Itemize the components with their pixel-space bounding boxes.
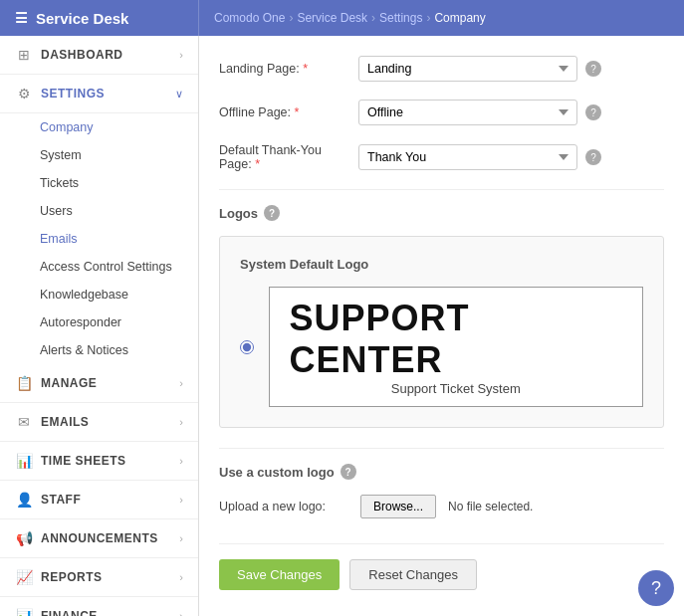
logo-box: SUPPORT CENTER Support Ticket System (269, 287, 643, 407)
offline-page-label: Offline Page: * (219, 105, 348, 119)
finance-icon: 📊 (15, 607, 33, 616)
submenu-item-autoresponder[interactable]: Autoresponder (0, 308, 198, 336)
submenu-item-knowledgebase[interactable]: Knowledgebase (0, 281, 198, 308)
breadcrumb-comodo[interactable]: Comodo One (214, 11, 285, 25)
required-mark: * (295, 105, 300, 119)
reports-icon: 📈 (15, 568, 33, 586)
sidebar-item-finance[interactable]: 📊 FINANCE › (0, 597, 198, 616)
save-changes-button[interactable]: Save Changes (219, 559, 340, 590)
breadcrumb-servicedesk[interactable]: Service Desk (297, 11, 367, 25)
main-layout: ⊞ DASHBOARD › ⚙ SETTINGS ∨ Company Syste… (0, 36, 684, 616)
chevron-right-icon: › (179, 49, 183, 61)
logos-section-title: Logos ? (219, 189, 664, 221)
timesheets-icon: 📊 (15, 452, 33, 470)
sidebar-item-reports[interactable]: 📈 REPORTS › (0, 558, 198, 597)
submenu-item-access-control[interactable]: Access Control Settings (0, 253, 198, 281)
breadcrumb: Comodo One › Service Desk › Settings › C… (199, 11, 501, 25)
sidebar-label-settings: SETTINGS (41, 87, 105, 101)
chevron-down-icon: ∨ (175, 88, 183, 101)
sidebar-label-timesheets: TIME SHEETS (41, 454, 126, 468)
sidebar: ⊞ DASHBOARD › ⚙ SETTINGS ∨ Company Syste… (0, 36, 199, 616)
submenu-item-emails[interactable]: Emails (0, 225, 198, 253)
submenu-item-system[interactable]: System (0, 141, 198, 169)
landing-page-row: Landing Page: * Landing ? (219, 56, 664, 82)
sidebar-item-manage[interactable]: 📋 MANAGE › (0, 364, 198, 403)
offline-page-row: Offline Page: * Offline ? (219, 100, 664, 125)
thankyou-page-select[interactable]: Thank You (358, 144, 577, 170)
sidebar-item-timesheets[interactable]: 📊 TIME SHEETS › (0, 442, 198, 481)
chevron-right-icon: › (179, 416, 183, 428)
sidebar-label-announcements: ANNOUNCEMENTS (41, 531, 158, 545)
manage-icon: 📋 (15, 374, 33, 392)
submenu-item-tickets[interactable]: Tickets (0, 169, 198, 197)
chevron-right-icon: › (179, 494, 183, 506)
submenu-item-company[interactable]: Company (0, 113, 198, 141)
submenu-item-alerts[interactable]: Alerts & Notices (0, 336, 198, 364)
footer-buttons: Save Changes Reset Changes (219, 543, 664, 605)
logos-help-icon[interactable]: ? (264, 205, 280, 221)
logo-display: SUPPORT CENTER Support Ticket System (240, 287, 643, 407)
thankyou-help-icon[interactable]: ? (585, 149, 601, 165)
offline-help-icon[interactable]: ? (585, 104, 601, 120)
no-file-text: No file selected. (448, 500, 533, 513)
custom-logo-title: Use a custom logo ? (219, 464, 664, 480)
chevron-right-icon: › (179, 455, 183, 467)
sidebar-item-announcements[interactable]: 📢 ANNOUNCEMENTS › (0, 519, 198, 558)
chevron-right-icon: › (179, 377, 183, 389)
offline-page-select[interactable]: Offline (358, 100, 577, 125)
sidebar-item-staff[interactable]: 👤 STAFF › (0, 481, 198, 519)
emails-icon: ✉ (15, 413, 33, 431)
thankyou-page-row: Default Thank-You Page: * Thank You ? (219, 143, 664, 171)
sidebar-label-emails: EMAILS (41, 415, 89, 429)
browse-button[interactable]: Browse... (360, 495, 436, 518)
custom-logo-section: Use a custom logo ? Upload a new logo: B… (219, 448, 664, 533)
top-bar: ☰ Service Desk Comodo One › Service Desk… (0, 0, 684, 36)
dashboard-icon: ⊞ (15, 46, 33, 64)
sidebar-label-reports: REPORTS (41, 570, 103, 584)
required-mark: * (255, 157, 260, 171)
sidebar-label-manage: MANAGE (41, 376, 97, 390)
settings-icon: ⚙ (15, 85, 33, 103)
chevron-right-icon: › (179, 610, 183, 616)
app-title: ☰ Service Desk (0, 0, 199, 36)
sidebar-item-dashboard[interactable]: ⊞ DASHBOARD › (0, 36, 198, 75)
breadcrumb-settings[interactable]: Settings (379, 11, 422, 25)
chevron-right-icon: › (179, 532, 183, 544)
reset-changes-button[interactable]: Reset Changes (349, 559, 477, 590)
logo-sub-text: Support Ticket System (391, 381, 521, 396)
sidebar-item-settings[interactable]: ⚙ SETTINGS ∨ (0, 75, 198, 113)
settings-submenu: Company System Tickets Users Emails Acce… (0, 113, 198, 364)
landing-help-icon[interactable]: ? (585, 61, 601, 77)
sidebar-label-dashboard: DASHBOARD (41, 48, 123, 62)
landing-page-label: Landing Page: * (219, 62, 348, 76)
upload-row: Upload a new logo: Browse... No file sel… (219, 495, 664, 518)
custom-logo-help-icon[interactable]: ? (341, 464, 356, 480)
chevron-right-icon: › (179, 571, 183, 583)
system-default-logo-section: System Default Logo SUPPORT CENTER Suppo… (219, 236, 664, 428)
sidebar-label-finance: FINANCE (41, 609, 98, 616)
sidebar-label-staff: STAFF (41, 493, 81, 507)
landing-page-select[interactable]: Landing (358, 56, 577, 82)
announcements-icon: 📢 (15, 529, 33, 547)
logo-main-text: SUPPORT CENTER (290, 298, 622, 381)
submenu-item-users[interactable]: Users (0, 197, 198, 225)
thankyou-page-label: Default Thank-You Page: * (219, 143, 348, 171)
staff-icon: 👤 (15, 491, 33, 509)
help-widget[interactable]: ? (638, 570, 674, 606)
upload-label: Upload a new logo: (219, 500, 348, 513)
system-logo-radio[interactable] (240, 340, 254, 354)
sidebar-item-emails[interactable]: ✉ EMAILS › (0, 403, 198, 442)
main-content: Landing Page: * Landing ? Offline Page: … (199, 36, 684, 616)
system-default-logo-title: System Default Logo (240, 257, 643, 272)
hamburger-icon: ☰ (15, 10, 28, 26)
required-mark: * (303, 62, 308, 76)
breadcrumb-company: Company (434, 11, 485, 25)
